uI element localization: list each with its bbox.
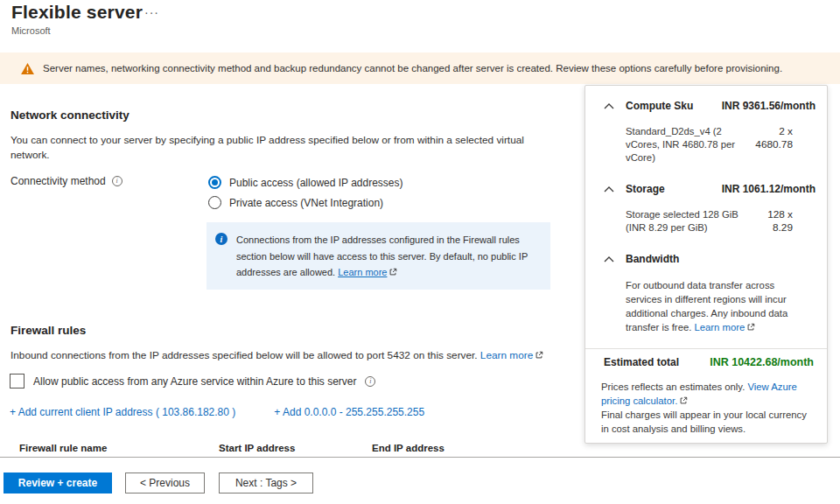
compute-sku-detail-row: Standard_D2ds_v4 (2 vCores, INR 4680.78 … <box>585 112 827 164</box>
pricing-summary-panel: Compute Sku INR 9361.56/month Standard_D… <box>584 85 828 444</box>
column-end-ip: End IP address <box>372 443 444 453</box>
firewall-add-links: + Add current client IP address ( 103.86… <box>10 406 424 418</box>
bandwidth-description: For outbound data transfer across servic… <box>585 265 811 335</box>
storage-detail-row: Storage selected 128 GiB (INR 8.29 per G… <box>585 195 827 234</box>
pricing-footnote: Prices reflects an estimates only. View … <box>585 368 827 436</box>
info-callout-text: Connections from the IP addresses config… <box>236 234 528 277</box>
firewall-rules-heading: Firewall rules <box>10 324 86 337</box>
bandwidth-title: Bandwidth <box>626 253 679 265</box>
external-link-icon <box>535 349 543 364</box>
firewall-learn-more-link[interactable]: Learn more <box>480 349 533 361</box>
page-title: Flexible server <box>11 2 143 23</box>
compute-sku-section-header[interactable]: Compute Sku INR 9361.56/month <box>585 100 827 112</box>
firewall-rules-description: Inbound connections from the IP addresse… <box>10 348 570 364</box>
network-connectivity-heading: Network connectivity <box>10 108 130 122</box>
column-start-ip: Start IP address <box>219 443 372 453</box>
chevron-up-icon[interactable] <box>604 186 614 192</box>
external-link-icon <box>388 267 397 281</box>
info-icon[interactable]: i <box>112 176 122 186</box>
info-filled-icon: i <box>215 233 228 245</box>
radio-private-access[interactable]: Private access (VNet Integration) <box>208 196 383 209</box>
connectivity-method-label: Connectivity method <box>10 175 106 187</box>
bandwidth-learn-more-link[interactable]: Learn more <box>694 322 745 332</box>
info-icon[interactable]: i <box>365 376 375 387</box>
allow-azure-services-label: Allow public access from any Azure servi… <box>33 375 356 388</box>
storage-description: Storage selected 128 GiB (INR 8.29 per G… <box>626 208 748 234</box>
estimated-total-row: Estimated total INR 10422.68/month <box>585 349 827 368</box>
compute-sku-description: Standard_D2ds_v4 (2 vCores, INR 4680.78 … <box>626 125 748 164</box>
radio-private-access-label: Private access (VNet Integration) <box>229 197 383 209</box>
radio-public-access-label: Public access (allowed IP addresses) <box>229 177 403 189</box>
bandwidth-section-header[interactable]: Bandwidth <box>585 253 827 265</box>
connectivity-method-row: Connectivity method i <box>10 175 122 187</box>
chevron-up-icon[interactable] <box>604 103 614 109</box>
chevron-up-icon[interactable] <box>604 256 614 262</box>
allow-azure-services-row[interactable]: Allow public access from any Azure servi… <box>10 374 375 388</box>
estimated-total-value: INR 10422.68/month <box>710 356 814 368</box>
warning-text: Server names, networking connectivity me… <box>43 63 782 74</box>
storage-section-header[interactable]: Storage INR 1061.12/month <box>585 183 827 195</box>
storage-calculation: 128 x 8.29 <box>748 208 793 234</box>
warning-banner: Server names, networking connectivity me… <box>0 52 840 84</box>
network-connectivity-description: You can connect to your server by specif… <box>10 133 551 163</box>
compute-sku-price: INR 9361.56/month <box>722 100 816 112</box>
storage-title: Storage <box>626 183 665 195</box>
warning-triangle-icon <box>21 63 34 74</box>
review-create-button[interactable]: Review + create <box>4 472 112 494</box>
column-firewall-rule-name: Firewall rule name <box>19 443 219 453</box>
add-all-ips-link[interactable]: + Add 0.0.0.0 - 255.255.255.255 <box>274 406 424 418</box>
allow-azure-services-checkbox[interactable] <box>10 374 24 388</box>
firewall-info-callout: i Connections from the IP addresses conf… <box>206 222 550 290</box>
publisher-label: Microsoft <box>11 25 51 36</box>
radio-public-access[interactable]: Public access (allowed IP addresses) <box>208 176 403 189</box>
add-client-ip-link[interactable]: + Add current client IP address ( 103.86… <box>10 406 235 418</box>
previous-button[interactable]: < Previous <box>125 472 205 494</box>
storage-price: INR 1061.12/month <box>722 183 816 195</box>
next-tags-button[interactable]: Next : Tags > <box>219 472 313 494</box>
external-link-icon <box>746 321 755 335</box>
estimated-total-label: Estimated total <box>604 356 679 368</box>
compute-sku-title: Compute Sku <box>626 100 693 112</box>
compute-sku-calculation: 2 x 4680.78 <box>748 125 793 164</box>
info-learn-more-link[interactable]: Learn more <box>338 267 387 277</box>
table-divider <box>0 457 840 458</box>
more-options-button[interactable]: ··· <box>144 5 159 19</box>
radio-selected-icon <box>208 176 221 189</box>
external-link-icon <box>679 396 688 410</box>
radio-unselected-icon <box>208 196 221 209</box>
flexible-server-page: Flexible server ··· Microsoft Server nam… <box>0 0 840 504</box>
firewall-table-header: Firewall rule name Start IP address End … <box>19 443 444 453</box>
